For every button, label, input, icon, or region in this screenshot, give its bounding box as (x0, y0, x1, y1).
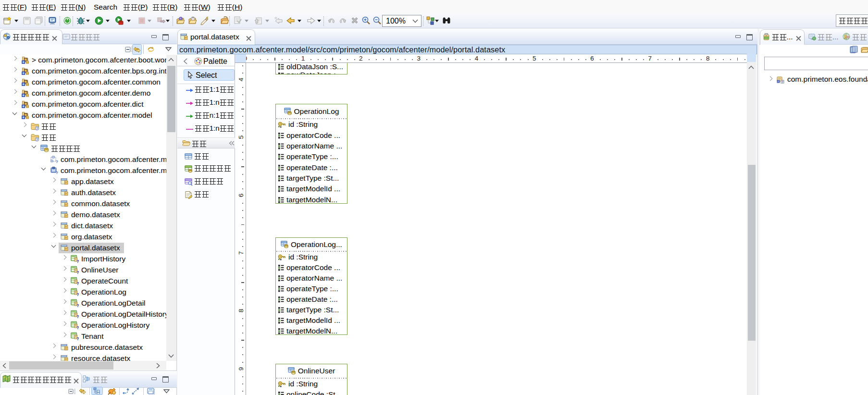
svg-text:?: ? (36, 127, 38, 130)
svg-text:?: ? (76, 270, 79, 274)
svg-text:?: ? (76, 292, 79, 296)
svg-text:?: ? (76, 336, 79, 341)
svg-text:?: ? (76, 259, 79, 263)
svg-text:?: ? (36, 138, 38, 141)
svg-text:?: ? (76, 303, 79, 308)
svg-text:?: ? (76, 281, 79, 285)
svg-text:?: ? (76, 314, 79, 319)
svg-text:?: ? (781, 80, 783, 84)
svg-text:?: ? (56, 171, 58, 174)
svg-text:?: ? (56, 160, 58, 163)
svg-text:?: ? (76, 325, 79, 330)
